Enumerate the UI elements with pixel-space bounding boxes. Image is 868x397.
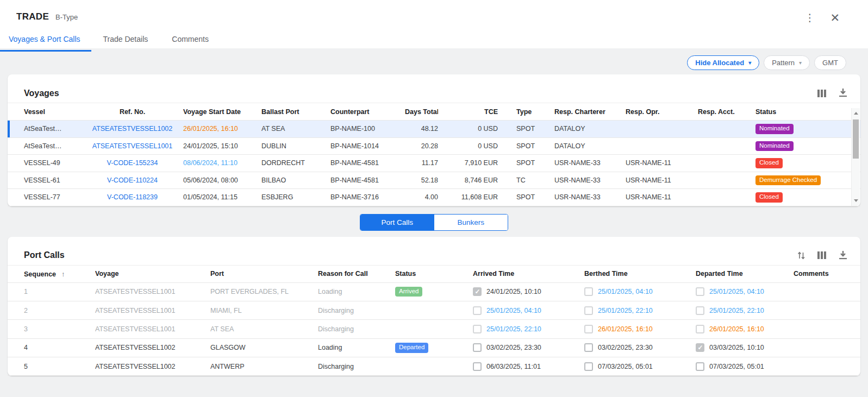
departed-cell: 25/01/2025, 22:10 xyxy=(696,306,794,315)
port-cell: PORT EVERGLADES, FL xyxy=(210,288,318,295)
tab-trade-details[interactable]: Trade Details xyxy=(91,30,160,52)
type-cell: TC xyxy=(498,177,554,184)
berthed-time: 26/01/2025, 16:10 xyxy=(598,325,653,333)
arrived-cell: 24/01/2025, 10:10 xyxy=(473,287,584,296)
tce-cell: 7,910 EUR xyxy=(438,159,498,167)
sequence-cell: 2 xyxy=(16,307,95,314)
departed-checkbox[interactable] xyxy=(696,325,704,333)
kebab-menu-icon[interactable]: ⋮ xyxy=(803,11,816,24)
tab-bar: Voyages & Port Calls Trade Details Comme… xyxy=(0,30,868,52)
chevron-down-icon: ▾ xyxy=(748,60,751,66)
voyage-cell: ATSEATESTVESSEL1001 xyxy=(95,288,210,295)
voyage-ref-link[interactable]: ATSEATESTVESSEL1001 xyxy=(92,142,173,150)
berthed-checkbox[interactable] xyxy=(584,362,593,371)
voyages-column-header[interactable]: Resp. Opr. xyxy=(626,108,698,116)
port-calls-column-header[interactable]: Berthed Time xyxy=(584,270,696,278)
voyages-column-header[interactable]: Ballast Port xyxy=(261,108,330,116)
berthed-checkbox[interactable] xyxy=(584,306,593,315)
departed-checkbox[interactable] xyxy=(696,362,704,371)
voyage-row[interactable]: AtSeaTest…ATSEATESTVESSEL100226/01/2025,… xyxy=(8,121,860,138)
vertical-scrollbar[interactable] xyxy=(851,108,860,206)
voyages-column-header[interactable]: Counterpart xyxy=(330,108,405,116)
port-calls-column-header[interactable]: Arrived Time xyxy=(473,270,584,278)
voyages-column-header[interactable]: TCE xyxy=(438,108,498,116)
counterpart-cell: BP-NAME-3716 xyxy=(330,193,405,201)
port-calls-column-header[interactable]: Reason for Call xyxy=(318,270,395,278)
toggle-bunkers[interactable]: Bunkers xyxy=(434,215,508,230)
download-icon[interactable] xyxy=(839,89,847,98)
departed-time: 25/01/2025, 04:10 xyxy=(709,288,764,295)
voyage-row[interactable]: AtSeaTest…ATSEATESTVESSEL100124/01/2025,… xyxy=(8,138,860,155)
berthed-checkbox[interactable] xyxy=(584,287,593,296)
status-badge: Closed xyxy=(755,158,783,168)
sort-icon[interactable] xyxy=(797,251,805,260)
columns-icon[interactable] xyxy=(817,89,827,98)
download-icon[interactable] xyxy=(839,251,847,260)
voyages-column-header[interactable]: Voyage Start Date xyxy=(183,108,261,116)
sort-ascending-icon[interactable]: ↑ xyxy=(61,270,65,278)
ballast-port-cell: ESBJERG xyxy=(261,193,330,201)
port-calls-column-header[interactable]: Status xyxy=(395,270,473,278)
voyage-status-cell: Nominated xyxy=(755,124,852,134)
arrived-checkbox[interactable] xyxy=(473,287,482,296)
days-total-cell: 48.12 xyxy=(405,125,438,133)
berthed-checkbox[interactable] xyxy=(584,343,593,352)
port-call-row[interactable]: 2ATSEATESTVESSEL1001MIAMI, FLDischarging… xyxy=(8,301,860,320)
port-call-row[interactable]: 1ATSEATESTVESSEL1001PORT EVERGLADES, FLL… xyxy=(8,283,860,301)
voyage-ref-link[interactable]: V-CODE-155234 xyxy=(107,159,158,167)
voyages-column-header[interactable]: Vessel xyxy=(16,108,82,116)
port-calls-panel-title: Port Calls xyxy=(24,250,65,260)
voyages-column-header[interactable]: Ref. No. xyxy=(82,108,183,116)
voyage-start-date: 08/06/2024, 11:10 xyxy=(183,159,238,167)
voyages-column-header[interactable]: Resp. Acct. xyxy=(698,108,755,116)
voyage-row[interactable]: VESSEL-61V-CODE-11022405/06/2024, 08:00B… xyxy=(8,172,860,190)
tab-comments[interactable]: Comments xyxy=(160,30,221,52)
toggle-port-calls[interactable]: Port Calls xyxy=(360,215,434,230)
port-calls-column-header[interactable]: Sequence↑ xyxy=(16,270,95,278)
departed-checkbox[interactable] xyxy=(696,306,704,315)
voyage-ref-link[interactable]: V-CODE-110224 xyxy=(107,177,158,184)
scroll-up-icon[interactable] xyxy=(854,112,858,115)
voyage-row[interactable]: VESSEL-49V-CODE-15523408/06/2024, 11:10D… xyxy=(8,155,860,172)
port-calls-column-header[interactable]: Voyage xyxy=(95,270,210,278)
arrived-checkbox[interactable] xyxy=(473,362,482,371)
voyages-column-header[interactable]: Resp. Charterer xyxy=(554,108,626,116)
port-cell: ANTWERP xyxy=(210,363,318,370)
status-badge: Departed xyxy=(395,343,428,353)
port-calls-bunkers-toggle: Port Calls Bunkers xyxy=(360,214,508,231)
port-calls-column-header[interactable]: Port xyxy=(210,270,318,278)
columns-icon[interactable] xyxy=(817,251,827,260)
port-calls-column-header[interactable]: Departed Time xyxy=(696,270,794,278)
departed-checkbox[interactable] xyxy=(696,287,704,296)
timezone-button[interactable]: GMT xyxy=(814,55,846,70)
voyage-cell: ATSEATESTVESSEL1001 xyxy=(95,325,210,333)
port-call-row[interactable]: 3ATSEATESTVESSEL1001AT SEADischarging25/… xyxy=(8,320,860,338)
scroll-down-icon[interactable] xyxy=(854,199,858,202)
hide-allocated-dropdown[interactable]: Hide Allocated ▾ xyxy=(687,55,759,70)
port-call-row[interactable]: 4ATSEATESTVESSEL1002GLASGOWLoadingDepart… xyxy=(8,339,860,357)
voyages-column-header[interactable]: Days Total xyxy=(405,108,438,116)
voyage-start-date-cell: 05/06/2024, 08:00 xyxy=(183,177,261,184)
port-calls-column-header[interactable]: Comments xyxy=(794,270,852,278)
close-icon[interactable]: ✕ xyxy=(829,11,841,24)
departed-checkbox[interactable] xyxy=(696,343,704,352)
arrived-checkbox[interactable] xyxy=(473,306,482,315)
hide-allocated-label: Hide Allocated xyxy=(695,59,744,67)
berthed-checkbox[interactable] xyxy=(584,325,593,333)
type-cell: SPOT xyxy=(498,142,554,150)
arrived-checkbox[interactable] xyxy=(473,325,482,333)
voyage-ref-link[interactable]: ATSEATESTVESSEL1002 xyxy=(92,125,173,133)
tab-voyages-port-calls[interactable]: Voyages & Port Calls xyxy=(0,30,91,52)
voyages-column-header[interactable]: Type xyxy=(498,108,554,116)
port-call-row[interactable]: 5ATSEATESTVESSEL1002ANTWERPDischarging06… xyxy=(8,357,860,376)
voyage-row[interactable]: VESSEL-77V-CODE-11823901/05/2024, 11:15E… xyxy=(8,189,860,206)
pattern-dropdown[interactable]: Pattern ▾ xyxy=(764,55,810,70)
voyage-start-date: 05/06/2024, 08:00 xyxy=(183,177,238,184)
ballast-port-cell: BILBAO xyxy=(261,177,330,184)
berthed-cell: 07/03/2025, 05:01 xyxy=(584,362,696,371)
arrived-checkbox[interactable] xyxy=(473,343,482,352)
scrollbar-thumb[interactable] xyxy=(853,119,859,159)
voyage-status-cell: Closed xyxy=(755,158,852,168)
voyage-ref-link[interactable]: V-CODE-118239 xyxy=(107,193,158,201)
voyages-column-header[interactable]: Status xyxy=(755,108,852,116)
